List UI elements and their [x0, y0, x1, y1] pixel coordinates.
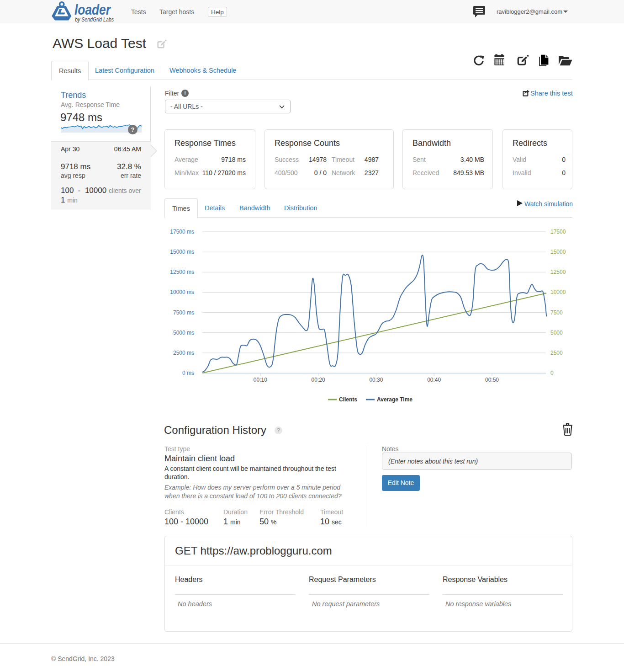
svg-text:00:10: 00:10 [254, 377, 267, 383]
svg-text:00:50: 00:50 [485, 377, 499, 383]
svg-text:5000: 5000 [550, 330, 563, 336]
svg-text:0: 0 [550, 370, 554, 376]
svg-text:12500 ms: 12500 ms [170, 269, 194, 275]
svg-text:2500: 2500 [550, 350, 563, 356]
svg-text:12500: 12500 [550, 269, 566, 275]
svg-text:Clients: Clients [339, 396, 357, 403]
svg-text:10000 ms: 10000 ms [170, 289, 194, 295]
svg-text:00:30: 00:30 [369, 377, 383, 383]
svg-text:7500: 7500 [550, 309, 563, 316]
svg-text:by SendGrid Labs: by SendGrid Labs [75, 16, 114, 23]
svg-text:15000 ms: 15000 ms [170, 249, 194, 255]
svg-text:17500 ms: 17500 ms [170, 229, 194, 235]
svg-text:10000: 10000 [550, 289, 566, 295]
svg-text:2500 ms: 2500 ms [173, 350, 194, 356]
svg-text:7500 ms: 7500 ms [173, 309, 194, 316]
svg-text:00:20: 00:20 [312, 377, 325, 383]
svg-text:15000: 15000 [550, 249, 566, 255]
svg-text:Average Time: Average Time [377, 396, 412, 403]
svg-text:17500: 17500 [550, 229, 566, 235]
svg-text:00:40: 00:40 [427, 377, 441, 383]
svg-text:0 ms: 0 ms [182, 370, 194, 376]
svg-text:loader: loader [74, 2, 111, 18]
svg-text:5000 ms: 5000 ms [173, 330, 194, 336]
